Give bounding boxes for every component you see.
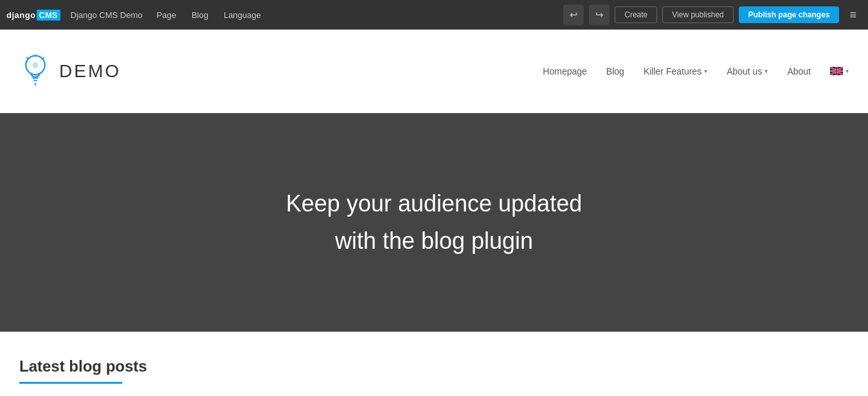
nav-blog[interactable]: Blog	[606, 66, 624, 76]
hero-section: Keep your audience updated with the blog…	[0, 113, 868, 332]
language-dropdown-arrow: ▾	[845, 68, 849, 75]
logo-cms-badge: CMS	[37, 10, 60, 21]
hero-text: Keep your audience updated with the blog…	[286, 185, 582, 259]
site-header: DEMO Homepage Blog Killer Features ▾ Abo…	[0, 30, 868, 113]
svg-line-6	[26, 57, 28, 59]
nav-about-us[interactable]: About us ▾	[727, 66, 768, 76]
toolbar-menu-icon[interactable]: ≡	[844, 6, 862, 24]
site-logo: DEMO	[19, 52, 121, 91]
toolbar-site-name: Django CMS Demo	[71, 10, 143, 20]
view-published-button[interactable]: View published	[662, 6, 734, 23]
svg-line-7	[42, 57, 44, 59]
latest-blog-posts-title: Latest blog posts	[19, 357, 849, 375]
site-nav: Homepage Blog Killer Features ▾ About us…	[543, 66, 849, 76]
create-button[interactable]: Create	[615, 6, 657, 23]
nav-about[interactable]: About	[787, 66, 811, 76]
toolbar-nav-blog[interactable]: Blog	[186, 10, 213, 20]
toolbar-nav-language[interactable]: Language	[219, 10, 266, 20]
redo-icon: ↪	[595, 9, 604, 21]
svg-point-4	[32, 62, 38, 68]
toolbar-nav-page[interactable]: Page	[152, 10, 181, 20]
killer-features-dropdown-arrow: ▾	[704, 68, 707, 75]
site-logo-text: DEMO	[59, 61, 121, 82]
cms-toolbar: djangoCMS Django CMS Demo Page Blog Lang…	[0, 0, 868, 30]
nav-homepage[interactable]: Homepage	[543, 66, 587, 76]
nav-language-selector[interactable]: ▾	[830, 67, 849, 75]
nav-killer-features[interactable]: Killer Features ▾	[644, 66, 707, 76]
redo-button[interactable]: ↪	[589, 4, 610, 25]
undo-icon: ↩	[570, 9, 578, 21]
about-us-dropdown-arrow: ▾	[764, 68, 768, 75]
content-section: Latest blog posts	[0, 332, 868, 396]
hero-line2: with the blog plugin	[286, 222, 582, 260]
publish-button[interactable]: Publish page changes	[739, 6, 840, 23]
svg-rect-16	[830, 71, 843, 72]
section-title-underline	[19, 382, 122, 384]
toolbar-logo: djangoCMS	[6, 10, 60, 21]
logo-lightbulb-icon	[19, 52, 51, 91]
hero-line1: Keep your audience updated	[286, 185, 582, 222]
logo-django-text: django	[6, 10, 36, 20]
uk-flag-icon	[830, 67, 843, 75]
undo-button[interactable]: ↩	[563, 4, 584, 25]
